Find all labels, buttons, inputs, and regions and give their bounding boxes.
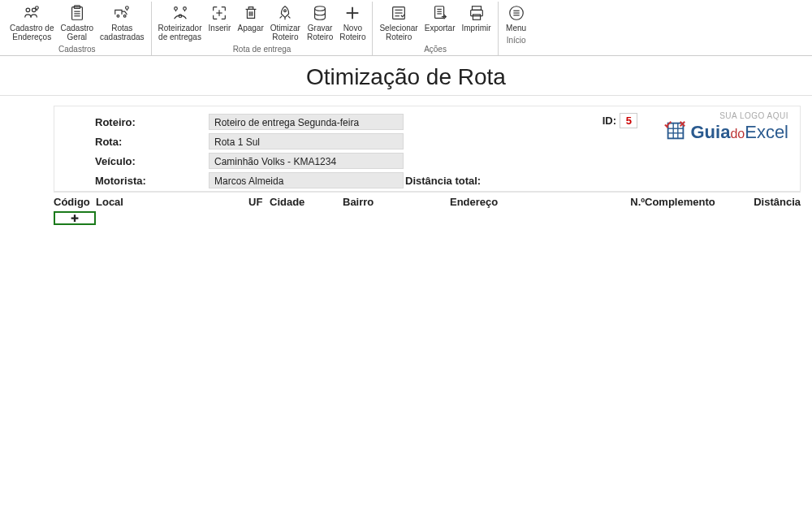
rocket-icon: [275, 3, 295, 23]
inserir-button[interactable]: Inserir: [205, 2, 234, 34]
logo-guia: Guia: [691, 122, 731, 142]
users-pin-icon: [22, 3, 41, 23]
id-value[interactable]: 5: [620, 113, 637, 128]
exportar-button[interactable]: Exportar: [421, 2, 459, 34]
veiculo-value[interactable]: Caminhão Volks - KMA1234: [209, 153, 404, 169]
svg-rect-33: [473, 15, 480, 19]
id-block: ID: 5: [603, 113, 637, 128]
select-list-icon: [389, 3, 408, 23]
group-title: Início: [507, 36, 526, 45]
menu-button[interactable]: Menu: [502, 2, 531, 34]
svg-point-19: [284, 10, 287, 12]
header-distancia: Distância: [749, 196, 801, 208]
printer-icon: [467, 3, 486, 23]
header-complemento: Complemento: [645, 196, 749, 208]
svg-point-12: [183, 7, 186, 11]
veiculo-label: Veículo:: [63, 155, 209, 167]
ribbon-group-inicio: Menu Início: [499, 2, 534, 55]
ribbon-label: Novo Roteiro: [339, 24, 365, 41]
rota-value[interactable]: Rota 1 Sul: [209, 133, 404, 149]
ribbon-label: Gravar Roteiro: [307, 24, 333, 41]
clipboard-icon: [67, 3, 87, 23]
gravar-button[interactable]: Gravar Roteiro: [304, 2, 336, 43]
menu-icon: [507, 3, 526, 23]
truck-pin-icon: [112, 3, 132, 23]
content: ID: 5 SUA LOGO AQUI GuiadoExcel Roteiro:…: [0, 96, 812, 225]
export-doc-icon: [430, 3, 450, 23]
imprimir-button[interactable]: Imprimir: [459, 2, 495, 34]
group-title: Cadastros: [58, 45, 96, 54]
roteiro-label: Roteiro:: [63, 116, 209, 128]
logo-icon: [663, 119, 688, 145]
header-local: Local: [96, 196, 248, 208]
form-area: ID: 5 SUA LOGO AQUI GuiadoExcel Roteiro:…: [54, 106, 801, 192]
rota-label: Rota:: [63, 136, 209, 148]
svg-point-11: [174, 7, 177, 11]
map-pins-icon: [171, 3, 190, 23]
logo-excel: Excel: [745, 122, 788, 142]
insert-icon: [209, 3, 229, 23]
svg-point-20: [315, 6, 326, 11]
svg-point-0: [26, 8, 30, 12]
rotas-cadastradas-button[interactable]: Rotas cadastradas: [97, 2, 147, 43]
distancia-total-label: Distância total:: [405, 175, 527, 187]
group-title: Ações: [424, 45, 447, 54]
ribbon-label: Otimizar Roteiro: [270, 24, 300, 41]
cadastro-enderecos-button[interactable]: Cadastro de Endereços: [6, 2, 57, 43]
motorista-label: Motorista:: [63, 175, 209, 187]
page-title: Otimização de Rota: [0, 56, 812, 96]
header-codigo: Código: [54, 196, 96, 208]
ribbon-label: Cadastro de Endereços: [10, 24, 54, 41]
ribbon-label: Roteirizador de entregas: [158, 24, 202, 41]
apagar-button[interactable]: Apagar: [234, 2, 266, 34]
header-bairro: Bairro: [343, 196, 450, 208]
active-cell[interactable]: ✚: [54, 211, 96, 225]
svg-point-10: [126, 6, 129, 10]
plus-icon: [343, 3, 362, 23]
trash-icon: [241, 3, 261, 23]
logo-block: SUA LOGO AQUI GuiadoExcel: [663, 111, 789, 145]
ribbon-label: Exportar: [425, 24, 456, 32]
ribbon-label: Menu: [506, 24, 526, 32]
ribbon-label: Cadastro Geral: [60, 24, 93, 41]
svg-point-8: [117, 15, 119, 17]
database-icon: [310, 3, 330, 23]
selecionar-button[interactable]: Selecionar Roteiro: [376, 2, 421, 43]
ribbon-label: Apagar: [237, 24, 263, 32]
header-uf: UF: [248, 196, 270, 208]
svg-point-9: [124, 15, 127, 17]
novo-button[interactable]: Novo Roteiro: [336, 2, 369, 43]
logo-do: do: [730, 127, 745, 141]
roteiro-value[interactable]: Roteiro de entrega Segunda-feira: [209, 114, 404, 130]
otimizar-button[interactable]: Otimizar Roteiro: [267, 2, 304, 43]
header-numero: N.º: [620, 196, 645, 208]
ribbon-group-rota: Roteirizador de entregas Inserir Apagar …: [152, 2, 374, 55]
svg-point-2: [36, 6, 39, 10]
ribbon-label: Rotas cadastradas: [100, 24, 144, 41]
motorista-value[interactable]: Marcos Almeida: [209, 172, 404, 188]
ribbon-group-acoes: Selecionar Roteiro Exportar Imprimir Açõ…: [373, 2, 498, 55]
ribbon-group-cadastros: Cadastro de Endereços Cadastro Geral Rot…: [3, 2, 152, 55]
ribbon-label: Imprimir: [462, 24, 491, 32]
group-title: Rota de entrega: [233, 45, 292, 54]
id-label: ID:: [603, 115, 616, 127]
svg-rect-31: [472, 6, 481, 11]
header-cidade: Cidade: [270, 196, 343, 208]
table-headers: Código Local UF Cidade Bairro Endereço N…: [54, 192, 801, 211]
roteirizador-button[interactable]: Roteirizador de entregas: [155, 2, 205, 43]
ribbon-label: Inserir: [209, 24, 231, 32]
cadastro-geral-button[interactable]: Cadastro Geral: [57, 2, 97, 43]
cursor-plus-icon: ✚: [71, 214, 79, 223]
ribbon-label: Selecionar Roteiro: [379, 24, 417, 41]
ribbon: Cadastro de Endereços Cadastro Geral Rot…: [0, 0, 812, 56]
header-endereco: Endereço: [450, 196, 620, 208]
